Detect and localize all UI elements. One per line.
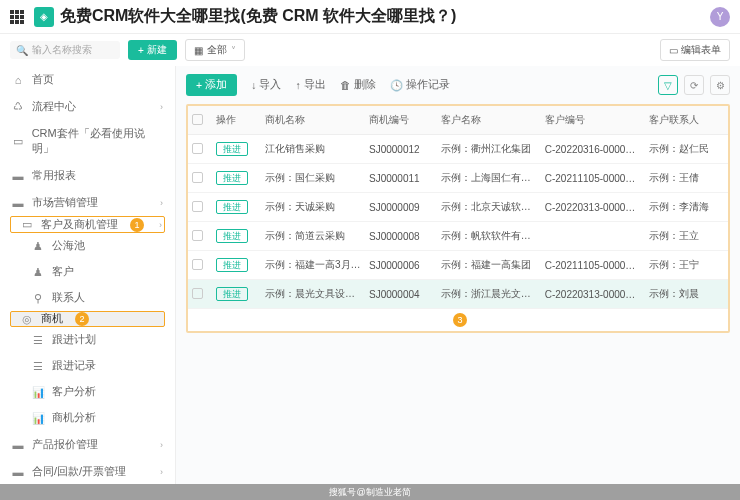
watermark: 搜狐号@制造业老简: [0, 484, 740, 500]
checkbox[interactable]: [192, 201, 203, 212]
sidebar-item[interactable]: ▬常用报表: [0, 162, 175, 189]
cell-code: SJ0000012: [365, 135, 437, 164]
edit-form-button[interactable]: ▭ 编辑表单: [660, 39, 730, 61]
cell-contact: 示例：王倩: [645, 164, 728, 193]
cell-cnum: C-20220313-0000002: [541, 193, 645, 222]
column-header[interactable]: 客户名称: [437, 106, 541, 135]
cell-cnum: [541, 222, 645, 251]
add-button[interactable]: +添加: [186, 74, 237, 96]
data-table: 操作商机名称商机编号客户名称客户编号客户联系人 推进江化销售采购SJ000001…: [188, 106, 728, 309]
table-row[interactable]: 推进示例：晨光文具设备...SJ0000004示例：浙江晨光文具...C-202…: [188, 280, 728, 309]
form-icon: ▭: [669, 45, 678, 56]
sidebar-item[interactable]: ◎商机2: [10, 311, 165, 327]
table-row[interactable]: 推进示例：简道云采购SJ0000008示例：帆软软件有限公司示例：王立: [188, 222, 728, 251]
logo-icon: ◈: [34, 7, 54, 27]
sidebar-item[interactable]: ▭客户及商机管理1›: [10, 216, 165, 233]
sidebar-item[interactable]: ▭CRM套件「必看使用说明」: [0, 120, 175, 162]
search-input[interactable]: 🔍 输入名称搜索: [10, 41, 120, 59]
sidebar-item-label: 客户: [52, 265, 74, 279]
edit-form-label: 编辑表单: [681, 43, 721, 57]
cell-code: SJ0000006: [365, 251, 437, 280]
import-button[interactable]: ↓导入: [251, 78, 281, 92]
sidebar-item-label: 流程中心: [32, 99, 76, 114]
table-row[interactable]: 推进示例：天诚采购SJ0000009示例：北京天诚软件...C-20220313…: [188, 193, 728, 222]
sidebar-item[interactable]: ♟公海池: [0, 233, 175, 259]
checkbox[interactable]: [192, 143, 203, 154]
plus-icon: +: [196, 79, 202, 91]
sidebar-item[interactable]: 📊客户分析: [0, 379, 175, 405]
column-header[interactable]: 商机编号: [365, 106, 437, 135]
sidebar-item[interactable]: ⌂首页: [0, 66, 175, 93]
column-header[interactable]: 客户编号: [541, 106, 645, 135]
settings-icon-button[interactable]: ⚙: [710, 75, 730, 95]
sidebar-item-label: 跟进记录: [52, 359, 96, 373]
push-button[interactable]: 推进: [216, 287, 248, 301]
sidebar-item[interactable]: ▬产品报价管理›: [0, 431, 175, 458]
checkbox[interactable]: [192, 230, 203, 241]
cell-code: SJ0000008: [365, 222, 437, 251]
push-button[interactable]: 推进: [216, 171, 248, 185]
push-button[interactable]: 推进: [216, 229, 248, 243]
column-header[interactable]: 客户联系人: [645, 106, 728, 135]
table-row[interactable]: 推进示例：福建一高3月订单SJ0000006示例：福建一高集团C-2021110…: [188, 251, 728, 280]
column-header[interactable]: 操作: [212, 106, 261, 135]
sidebar-item[interactable]: ♺流程中心›: [0, 93, 175, 120]
sidebar-item[interactable]: 📊商机分析: [0, 405, 175, 431]
checkbox[interactable]: [192, 288, 203, 299]
cell-name: 示例：晨光文具设备...: [261, 280, 365, 309]
folder-icon: ▬: [12, 466, 24, 478]
sidebar-item-label: 市场营销管理: [32, 195, 98, 210]
cell-contact: 示例：赵仁民: [645, 135, 728, 164]
filter-select[interactable]: ▦ 全部 ˅: [185, 39, 245, 61]
cell-contact: 示例：王宁: [645, 251, 728, 280]
cell-customer: 示例：北京天诚软件...: [437, 193, 541, 222]
sidebar-item[interactable]: ▬合同/回款/开票管理›: [0, 458, 175, 484]
folder-open-icon: ▭: [21, 219, 33, 231]
cell-contact: 示例：刘晨: [645, 280, 728, 309]
push-button[interactable]: 推进: [216, 142, 248, 156]
sidebar-item[interactable]: ▬市场营销管理›: [0, 189, 175, 216]
log-label: 操作记录: [406, 78, 450, 92]
table-row[interactable]: 推进示例：国仁采购SJ0000011示例：上海国仁有限...C-20211105…: [188, 164, 728, 193]
search-placeholder: 输入名称搜索: [32, 43, 92, 57]
plus-icon: +: [138, 45, 144, 56]
chevron-right-icon: ›: [160, 467, 163, 477]
delete-button[interactable]: 🗑删除: [340, 78, 376, 92]
table-toolbar: +添加 ↓导入 ↑导出 🗑删除 🕓操作记录 ▽ ⟳ ⚙: [186, 74, 730, 96]
trash-icon: 🗑: [340, 79, 351, 91]
annotation-badge: 2: [75, 312, 89, 326]
checkbox-all[interactable]: [192, 114, 203, 125]
column-header[interactable]: 商机名称: [261, 106, 365, 135]
export-button[interactable]: ↑导出: [295, 78, 325, 92]
user-icon: ♟: [32, 240, 44, 252]
checkbox[interactable]: [192, 172, 203, 183]
folder-icon: ▬: [12, 170, 24, 182]
log-button[interactable]: 🕓操作记录: [390, 78, 450, 92]
avatar[interactable]: Y: [710, 7, 730, 27]
doc-icon: ▭: [12, 135, 24, 147]
table-container: 操作商机名称商机编号客户名称客户编号客户联系人 推进江化销售采购SJ000001…: [186, 104, 730, 333]
cell-contact: 示例：王立: [645, 222, 728, 251]
annotation-3: 3: [188, 309, 728, 331]
table-row[interactable]: 推进江化销售采购SJ0000012示例：衢州江化集团C-20220316-000…: [188, 135, 728, 164]
new-button[interactable]: + 新建: [128, 40, 177, 60]
sidebar-item[interactable]: ♟客户: [0, 259, 175, 285]
chevron-right-icon: ›: [159, 220, 162, 230]
app-grid-icon[interactable]: [10, 10, 24, 24]
page-title: 免费CRM软件大全哪里找(免费 CRM 软件大全哪里找？): [60, 6, 456, 27]
sidebar-item-label: 合同/回款/开票管理: [32, 464, 126, 479]
sidebar-item[interactable]: ☰跟进记录: [0, 353, 175, 379]
push-button[interactable]: 推进: [216, 200, 248, 214]
filter-icon-button[interactable]: ▽: [658, 75, 678, 95]
user-icon: ♟: [32, 266, 44, 278]
sidebar-item[interactable]: ☰跟进计划: [0, 327, 175, 353]
checkbox[interactable]: [192, 259, 203, 270]
sidebar-item[interactable]: ⚲联系人: [0, 285, 175, 311]
chart-icon: 📊: [32, 412, 44, 424]
sidebar-item-label: 常用报表: [32, 168, 76, 183]
push-button[interactable]: 推进: [216, 258, 248, 272]
refresh-icon-button[interactable]: ⟳: [684, 75, 704, 95]
target-icon: ◎: [21, 313, 33, 325]
cell-name: 示例：天诚采购: [261, 193, 365, 222]
sidebar-item-label: 产品报价管理: [32, 437, 98, 452]
